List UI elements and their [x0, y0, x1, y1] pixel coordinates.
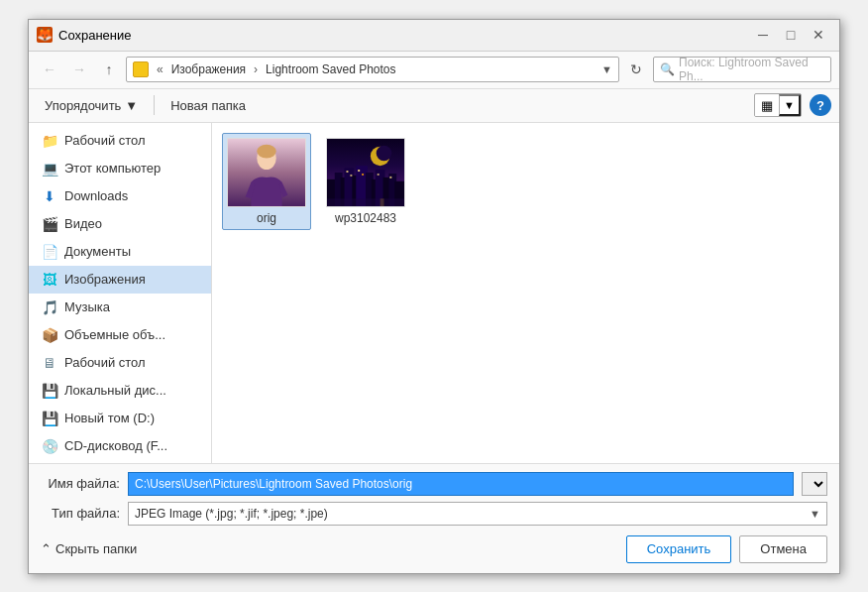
filename-dropdown[interactable]	[802, 472, 827, 496]
music-icon: 🎵	[41, 298, 58, 316]
sidebar-item-label: Рабочий стол	[64, 355, 146, 370]
hide-folders-label: Скрыть папки	[55, 541, 137, 556]
filename-row: Имя файла:	[41, 472, 827, 496]
sidebar-item-label: CD-дисковод (F...	[64, 438, 167, 453]
refresh-button[interactable]: ↻	[623, 57, 649, 82]
svg-point-5	[377, 145, 392, 161]
file-name-orig: orig	[257, 211, 276, 225]
documents-icon: 📄	[41, 243, 58, 261]
filetype-value: JPEG Image (*.jpg; *.jif; *.jpeg; *.jpe)	[135, 507, 328, 521]
sidebar-item-label: Объемные объ...	[64, 327, 165, 342]
address-dropdown-arrow[interactable]: ▼	[601, 63, 612, 75]
sidebar-item-computer[interactable]: 💻 Этот компьютер	[29, 155, 211, 182]
toolbar-separator	[154, 95, 155, 115]
desktop-icon: 🖥	[41, 354, 58, 372]
view-dropdown-button[interactable]: ▼	[779, 94, 801, 116]
sidebar-item-label: Документы	[64, 244, 131, 259]
sidebar-item-label: Новый том (D:)	[64, 411, 155, 425]
view-icon-button[interactable]: ▦	[755, 95, 779, 116]
organize-button[interactable]: Упорядочить ▼	[37, 95, 146, 116]
search-icon: 🔍	[660, 62, 675, 76]
folder-icon: 📁	[41, 132, 58, 150]
sidebar-item-desktop-bottom[interactable]: 🖥 Рабочий стол	[29, 349, 211, 377]
organize-label: Упорядочить	[45, 98, 121, 113]
filename-label: Имя файла:	[41, 476, 120, 491]
svg-rect-18	[347, 171, 349, 173]
cd-icon: 💿	[41, 437, 58, 455]
breadcrumb-subfolder: Lightroom Saved Photos	[266, 62, 395, 76]
chevron-down-icon: ⌃	[41, 541, 52, 556]
main-content: 📁 Рабочий стол 💻 Этот компьютер ⬇ Downlo…	[29, 123, 839, 463]
sidebar-item-video[interactable]: 🎬 Видео	[29, 210, 211, 238]
organize-dropdown-icon: ▼	[125, 98, 138, 113]
toolbar: Упорядочить ▼ Новая папка ▦ ▼ ?	[29, 89, 839, 123]
sidebar-item-cd-drive[interactable]: 💿 CD-дисковод (F...	[29, 432, 211, 460]
minimize-button[interactable]: ─	[750, 25, 776, 45]
sidebar-item-label: Музыка	[64, 299, 110, 314]
download-icon: ⬇	[41, 187, 58, 205]
filetype-row: Тип файла: JPEG Image (*.jpg; *.jif; *.j…	[41, 502, 827, 526]
file-item-orig[interactable]: orig	[222, 133, 311, 230]
action-row: ⌃ Скрыть папки Сохранить Отмена	[41, 532, 827, 565]
computer-icon: 💻	[41, 160, 58, 178]
filetype-label: Тип файла:	[41, 506, 120, 521]
file-item-wp3102483[interactable]: wp3102483	[321, 133, 410, 230]
sidebar-item-label: Видео	[64, 216, 102, 231]
folder-icon	[133, 61, 149, 77]
save-button[interactable]: Сохранить	[626, 535, 732, 563]
svg-rect-20	[358, 170, 360, 172]
sidebar-item-label: Изображения	[64, 272, 146, 287]
new-volume-icon: 💾	[41, 410, 58, 427]
file-thumbnail-orig	[227, 138, 306, 207]
help-button[interactable]: ?	[810, 94, 831, 116]
hide-folders-button[interactable]: ⌃ Скрыть папки	[41, 541, 137, 556]
svg-point-2	[257, 144, 276, 158]
breadcrumb-separator-2: ›	[254, 62, 258, 76]
sidebar-item-downloads[interactable]: ⬇ Downloads	[29, 182, 211, 210]
new-folder-button[interactable]: Новая папка	[163, 95, 254, 116]
sidebar: 📁 Рабочий стол 💻 Этот компьютер ⬇ Downlo…	[29, 123, 212, 463]
view-toggle: ▦ ▼	[754, 93, 802, 117]
local-disk-icon: 💾	[41, 382, 58, 400]
bottom-section: Имя файла: Тип файла: JPEG Image (*.jpg;…	[29, 463, 839, 573]
address-bar[interactable]: « Изображения › Lightroom Saved Photos ▼	[126, 57, 619, 82]
sidebar-item-music[interactable]: 🎵 Музыка	[29, 294, 211, 321]
filename-input[interactable]	[128, 472, 794, 496]
svg-rect-19	[350, 174, 352, 176]
search-placeholder: Поиск: Lightroom Saved Ph...	[679, 56, 824, 83]
up-button[interactable]: ↑	[96, 57, 122, 82]
dialog-title: Сохранение	[58, 28, 750, 43]
breadcrumb-separator-1: «	[157, 62, 163, 76]
app-icon: 🦊	[37, 27, 53, 43]
save-dialog: 🦊 Сохранение ─ □ ✕ ← → ↑ « Изображения ›…	[28, 19, 840, 574]
sidebar-item-new-volume[interactable]: 💾 Новый том (D:)	[29, 405, 211, 432]
video-icon: 🎬	[41, 215, 58, 233]
action-buttons: Сохранить Отмена	[626, 535, 827, 563]
sidebar-item-documents[interactable]: 📄 Документы	[29, 238, 211, 266]
maximize-button[interactable]: □	[778, 25, 804, 45]
title-bar: 🦊 Сохранение ─ □ ✕	[29, 20, 839, 52]
sidebar-item-local-disk[interactable]: 💾 Локальный дис...	[29, 377, 211, 405]
sidebar-item-label: Рабочий стол	[64, 133, 146, 148]
sidebar-item-label: Локальный дис...	[64, 383, 166, 398]
file-thumbnail-city	[326, 138, 405, 207]
sidebar-item-desktop-top[interactable]: 📁 Рабочий стол	[29, 127, 211, 155]
svg-rect-24	[327, 198, 404, 206]
file-area: orig	[212, 123, 839, 463]
forward-button[interactable]: →	[66, 57, 92, 82]
sidebar-item-3d-objects[interactable]: 📦 Объемные объ...	[29, 321, 211, 349]
save-label: Сохранить	[647, 541, 711, 556]
images-icon: 🖼	[41, 271, 58, 289]
filetype-select[interactable]: JPEG Image (*.jpg; *.jif; *.jpeg; *.jpe)…	[128, 502, 827, 526]
window-controls: ─ □ ✕	[750, 25, 831, 45]
close-button[interactable]: ✕	[806, 25, 831, 45]
3d-icon: 📦	[41, 326, 58, 344]
svg-rect-23	[389, 176, 391, 178]
filetype-dropdown-arrow: ▼	[810, 508, 820, 520]
sidebar-item-label: Этот компьютер	[64, 161, 161, 176]
cancel-button[interactable]: Отмена	[739, 535, 827, 563]
sidebar-item-images[interactable]: 🖼 Изображения	[29, 266, 211, 294]
cancel-label: Отмена	[760, 541, 807, 556]
back-button[interactable]: ←	[37, 57, 62, 82]
search-bar[interactable]: 🔍 Поиск: Lightroom Saved Ph...	[653, 57, 831, 82]
